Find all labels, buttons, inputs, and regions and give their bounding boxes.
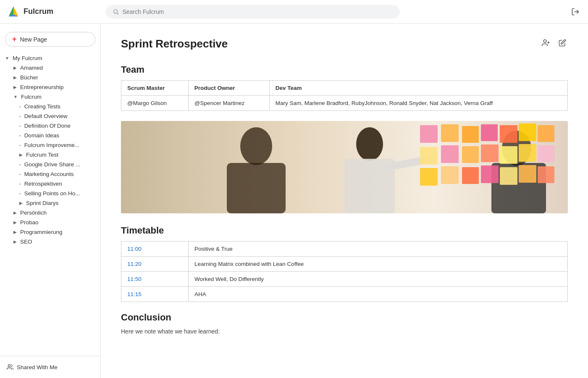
svg-rect-25 <box>538 125 554 142</box>
svg-rect-39 <box>538 166 554 183</box>
sidebar-item-probao[interactable]: ▶ Probao <box>2 218 99 227</box>
svg-rect-26 <box>420 147 438 165</box>
sidebar-shared-with-me[interactable]: Shared With Me <box>0 361 100 373</box>
edit-button[interactable] <box>557 37 568 51</box>
content-actions <box>540 37 568 51</box>
dot-icon: ● <box>19 163 21 166</box>
sidebar-item-label: Domain Ideas <box>24 132 59 139</box>
dot-icon: ● <box>19 105 21 108</box>
svg-rect-13 <box>227 163 286 213</box>
scrum-master-cell: @Margo Gilson <box>121 96 189 111</box>
topbar: Fulcrum <box>0 0 588 24</box>
sidebar-item-label: Selling Points on Ho... <box>24 190 80 197</box>
page-title: Sprint Retrospective <box>121 37 228 50</box>
team-table: Scrum Master Product Owner Dev Team @Mar… <box>121 80 568 111</box>
conclusion-text: Here we note whate we have learned: <box>121 328 568 335</box>
sidebar-item-marketing-accounts[interactable]: ● Marketing Accounts <box>2 169 99 179</box>
svg-rect-30 <box>500 146 517 164</box>
sidebar-my-fulcrum[interactable]: ▼ My Fulcrum <box>2 53 99 63</box>
sidebar-item-creating-tests[interactable]: ● Creating Tests <box>2 102 99 111</box>
svg-rect-31 <box>519 144 536 162</box>
sidebar-item-selling-points[interactable]: ● Selling Points on Ho... <box>2 189 99 198</box>
sidebar-item-label: Bücher <box>20 74 38 81</box>
sidebar-item-definition-of-done[interactable]: ● Definition Of Done <box>2 121 99 131</box>
sidebar-item-domain-ideas[interactable]: ● Domain Ideas <box>2 131 99 140</box>
sidebar-item-label: Fulcrum <box>21 94 42 100</box>
chevron-down-icon: ▼ <box>5 56 9 60</box>
sidebar-item-label: Fulcrum Test <box>26 152 58 158</box>
sidebar-item-label: Retrospektiven <box>24 181 62 187</box>
dot-icon: ● <box>19 125 21 127</box>
sidebar-item-label: Fulcrum Improveme... <box>24 142 79 148</box>
search-input[interactable] <box>122 8 393 15</box>
add-user-button[interactable] <box>540 37 552 51</box>
svg-rect-22 <box>481 124 498 141</box>
svg-line-5 <box>117 13 119 14</box>
chevron-right-icon: ▶ <box>13 66 17 70</box>
dot-icon: ● <box>19 183 21 185</box>
sidebar-item-label: Programmierung <box>20 229 63 235</box>
team-image <box>121 121 568 213</box>
sidebar-item-personlich[interactable]: ▶ Persönlich <box>2 208 99 218</box>
sidebar-item-label: Google Drive Share ... <box>24 161 81 168</box>
pencil-icon <box>559 39 566 47</box>
team-header-product-owner: Product Owner <box>188 81 269 96</box>
sidebar-item-bucher[interactable]: ▶ Bücher <box>2 73 99 82</box>
timetable-time-3: 11:50 <box>121 272 189 287</box>
sidebar-item-sprint-diarys[interactable]: ▶ Sprint Diarys <box>2 198 99 208</box>
sidebar-item-google-drive-share[interactable]: ● Google Drive Share ... <box>2 160 99 169</box>
conclusion-section-title: Conclusion <box>121 312 568 323</box>
new-page-label: New Page <box>20 36 47 43</box>
sidebar-item-seo[interactable]: ▶ SEO <box>2 237 99 247</box>
table-row: @Margo Gilson @Spencer Martinez Mary Sam… <box>121 96 568 111</box>
team-image-svg <box>121 121 568 213</box>
sidebar-item-label: Probao <box>20 219 39 226</box>
svg-rect-19 <box>420 125 438 143</box>
svg-rect-36 <box>481 165 499 183</box>
shared-with-me-label: Shared With Me <box>17 364 58 370</box>
chevron-down-icon: ▼ <box>13 94 18 99</box>
logo-text: Fulcrum <box>24 7 53 16</box>
team-header-scrum-master: Scrum Master <box>121 81 189 96</box>
people-icon <box>7 364 13 370</box>
timetable-time-1: 11:00 <box>121 242 189 257</box>
sidebar-bottom: Shared With Me <box>0 356 100 373</box>
table-row: 11:20 Learning Matrix combined with Lean… <box>121 257 568 272</box>
timetable-activity-3: Worked Well, Do Differently <box>189 272 568 287</box>
new-page-plus-icon: + <box>12 35 17 44</box>
logout-button[interactable] <box>570 6 581 18</box>
new-page-button[interactable]: + New Page <box>5 32 95 47</box>
sidebar-item-retrospektiven[interactable]: ● Retrospektiven <box>2 179 99 189</box>
chevron-right-icon: ▶ <box>13 85 17 89</box>
team-header-dev-team: Dev Team <box>269 81 567 96</box>
main-layout: + New Page ▼ My Fulcrum ▶ Amamed ▶ Büche… <box>0 24 588 378</box>
svg-rect-33 <box>420 168 438 186</box>
svg-rect-34 <box>441 166 459 184</box>
content-header: Sprint Retrospective <box>121 37 568 51</box>
svg-rect-21 <box>462 126 479 143</box>
dot-icon: ● <box>19 134 21 137</box>
sidebar: + New Page ▼ My Fulcrum ▶ Amamed ▶ Büche… <box>0 24 101 378</box>
svg-point-4 <box>114 9 118 13</box>
timetable-time-4: 11:15 <box>121 287 189 302</box>
sidebar-item-programmierung[interactable]: ▶ Programmierung <box>2 227 99 237</box>
table-row: 11:50 Worked Well, Do Differently <box>121 272 568 287</box>
svg-point-7 <box>8 365 10 367</box>
sidebar-item-fulcrum[interactable]: ▼ Fulcrum <box>2 92 99 102</box>
sidebar-item-fulcrum-improveme[interactable]: ● Fulcrum Improveme... <box>2 140 99 150</box>
timetable-table: 11:00 Positive & True 11:20 Learning Mat… <box>121 241 568 302</box>
sidebar-item-default-overview[interactable]: ● Default Overview <box>2 111 99 121</box>
dot-icon: ● <box>19 173 21 176</box>
timetable-section-title: Timetable <box>121 225 568 236</box>
chevron-right-icon: ▶ <box>19 152 23 157</box>
search-bar[interactable] <box>106 5 400 18</box>
sidebar-item-fulcrum-test[interactable]: ▶ Fulcrum Test <box>2 150 99 160</box>
chevron-right-icon: ▶ <box>13 220 17 225</box>
sidebar-item-label: Sprint Diarys <box>26 200 58 206</box>
logo: Fulcrum <box>7 5 99 18</box>
timetable-time-2: 11:20 <box>121 257 189 272</box>
sidebar-my-fulcrum-label: My Fulcrum <box>13 55 42 61</box>
sidebar-item-amamed[interactable]: ▶ Amamed <box>2 63 99 73</box>
timetable-activity-4: AHA <box>189 287 568 302</box>
sidebar-item-entrepreneurship[interactable]: ▶ Entrepreneurship <box>2 82 99 92</box>
